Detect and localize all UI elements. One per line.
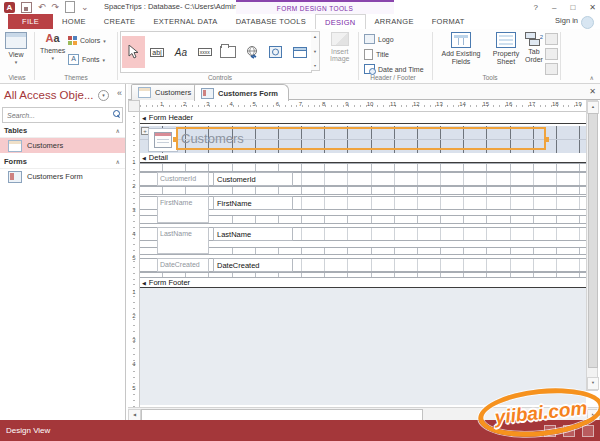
nav-item-customers-form[interactable]: Customers Form	[0, 169, 125, 184]
date-time-icon	[364, 64, 375, 74]
themes-button[interactable]: Aa Themes ▾	[40, 32, 65, 60]
hyperlink-control-icon[interactable]	[241, 36, 264, 68]
gallery-more-icon[interactable]: ▾	[314, 63, 316, 68]
undo-icon[interactable]: ↶	[38, 2, 46, 12]
textbox-control-icon[interactable]: ab|	[146, 36, 169, 68]
design-view-icon[interactable]	[582, 425, 594, 437]
field-textbox-lastname[interactable]: LastName	[213, 227, 293, 241]
avatar[interactable]	[581, 16, 594, 29]
insert-image-button[interactable]: Insert Image	[330, 32, 349, 62]
new-object-icon[interactable]	[65, 1, 75, 13]
selection-handle[interactable]	[544, 137, 549, 142]
grid-band	[140, 186, 586, 195]
field-label-datecreated[interactable]: DateCreated	[157, 258, 209, 272]
chevron-down-icon: ▾	[103, 39, 106, 43]
view-code-icon[interactable]	[545, 48, 558, 60]
form-icon	[8, 171, 22, 183]
tab-arrange[interactable]: ARRANGE	[366, 14, 423, 29]
form-title-control-selected[interactable]: Customers	[176, 127, 546, 150]
nav-group-tables[interactable]: Tables ∧	[0, 123, 125, 138]
selection-handle[interactable]	[173, 137, 178, 142]
select-pointer-icon[interactable]	[122, 36, 145, 68]
gallery-up-icon[interactable]: ▲	[313, 34, 317, 39]
shutter-bar-icon[interactable]: «	[117, 88, 122, 98]
nav-pane-header[interactable]: All Access Obje... ▾ «	[0, 84, 125, 106]
navigation-control-icon[interactable]	[288, 36, 311, 68]
tools-mini-buttons	[545, 33, 558, 75]
controls-gallery: ab| Aa xxxx	[120, 31, 312, 73]
group-label-header-footer: Header / Footer	[356, 74, 430, 81]
convert-macros-icon[interactable]	[545, 63, 558, 75]
tab-external-data[interactable]: EXTERNAL DATA	[144, 14, 226, 29]
date-time-button[interactable]: Date and Time	[364, 64, 424, 74]
divider	[34, 32, 35, 80]
tab-file[interactable]: FILE	[8, 14, 53, 29]
search-input[interactable]	[5, 109, 109, 121]
tab-design[interactable]: DESIGN	[315, 14, 366, 29]
nav-item-customers-table[interactable]: Customers	[0, 138, 125, 153]
fonts-button[interactable]: A Fonts ▾	[68, 54, 105, 65]
tab-database-tools[interactable]: DATABASE TOOLS	[227, 14, 315, 29]
doc-tab-customers-form[interactable]: Customers Form	[194, 84, 289, 101]
logo-button[interactable]: Logo	[364, 34, 394, 44]
close-button[interactable]: ✕	[589, 3, 596, 12]
sign-in-link[interactable]: Sign in	[555, 16, 578, 25]
chevron-down-icon: ▾	[103, 58, 106, 62]
field-textbox-customerid[interactable]: CustomerId	[213, 172, 293, 186]
collapse-ribbon-icon[interactable]: ∧	[590, 74, 594, 81]
colors-button[interactable]: Colors ▾	[68, 36, 106, 45]
field-label-firstname[interactable]: FirstName	[157, 196, 209, 223]
title-bar: A ↶ ↷ ⌄ SpaceTrips : Database- C:\Users\…	[0, 0, 600, 14]
detail-grid[interactable]: CustomerId CustomerId FirstName FirstNam…	[140, 163, 586, 278]
ribbon-tab-row: FILE HOME CREATE EXTERNAL DATA DATABASE …	[0, 14, 600, 29]
form-header-section-bar[interactable]: ◀ Form Header	[140, 112, 586, 124]
scroll-down-icon[interactable]: ▼	[587, 377, 599, 390]
nav-search-box[interactable]	[2, 107, 123, 123]
tab-format[interactable]: FORMAT	[423, 14, 474, 29]
collapse-group-icon[interactable]: ∧	[116, 127, 120, 134]
web-browser-control-icon[interactable]	[265, 36, 288, 68]
nav-menu-icon[interactable]: ▾	[98, 90, 109, 101]
minimize-button[interactable]: –	[552, 3, 556, 12]
divider	[358, 32, 359, 80]
save-icon[interactable]	[21, 2, 32, 13]
field-textbox-firstname[interactable]: FirstName	[213, 196, 293, 210]
form-footer-section-bar[interactable]: ◀ Form Footer	[140, 278, 586, 288]
gallery-down-icon[interactable]: ▼	[313, 49, 317, 54]
label-control-icon[interactable]: Aa	[170, 36, 193, 68]
close-document-icon[interactable]: ✕	[589, 87, 596, 96]
tab-home[interactable]: HOME	[53, 14, 95, 29]
search-icon[interactable]	[113, 110, 120, 117]
form-header-grid[interactable]: + Customers	[140, 126, 586, 153]
section-arrow-icon: ◀	[142, 115, 146, 121]
button-control-icon[interactable]: xxxx	[193, 36, 216, 68]
detail-section-bar[interactable]: ◀ Detail	[140, 153, 586, 163]
collapse-group-icon[interactable]: ∧	[116, 158, 120, 165]
tab-order-button[interactable]: 2 TabOrder	[523, 32, 545, 64]
property-sheet-button[interactable]: PropertySheet	[488, 32, 524, 66]
vertical-scroll-thumb[interactable]	[588, 113, 598, 368]
subform-new-window-icon[interactable]	[545, 33, 558, 45]
themes-icon: Aa	[46, 32, 60, 45]
help-button[interactable]: ?	[534, 3, 538, 12]
field-label-customerid[interactable]: CustomerId	[157, 172, 209, 186]
tab-create[interactable]: CREATE	[95, 14, 145, 29]
add-existing-fields-button[interactable]: Add ExistingFields	[437, 32, 485, 66]
vertical-scrollbar[interactable]: ▲ ▼	[586, 100, 598, 391]
nav-group-forms[interactable]: Forms ∧	[0, 154, 125, 169]
redo-icon[interactable]: ↷	[52, 2, 60, 12]
title-button[interactable]: Title	[364, 49, 389, 60]
group-label-views: Views	[0, 74, 34, 81]
view-button[interactable]: View ▾	[5, 32, 27, 64]
tab-control-icon[interactable]	[217, 36, 240, 68]
field-textbox-datecreated[interactable]: DateCreated	[213, 258, 293, 272]
maximize-button[interactable]: □	[570, 3, 575, 12]
access-app-icon[interactable]: A	[4, 2, 15, 13]
form-icon	[201, 88, 214, 99]
doc-tab-customers[interactable]: Customers	[131, 84, 202, 100]
chevron-down-icon: ▾	[15, 60, 18, 64]
section-arrow-icon: ◀	[142, 280, 146, 286]
form-footer-area[interactable]	[140, 288, 586, 405]
field-label-lastname[interactable]: LastName	[157, 227, 209, 254]
qat-customize-icon[interactable]: ⌄	[81, 2, 89, 12]
